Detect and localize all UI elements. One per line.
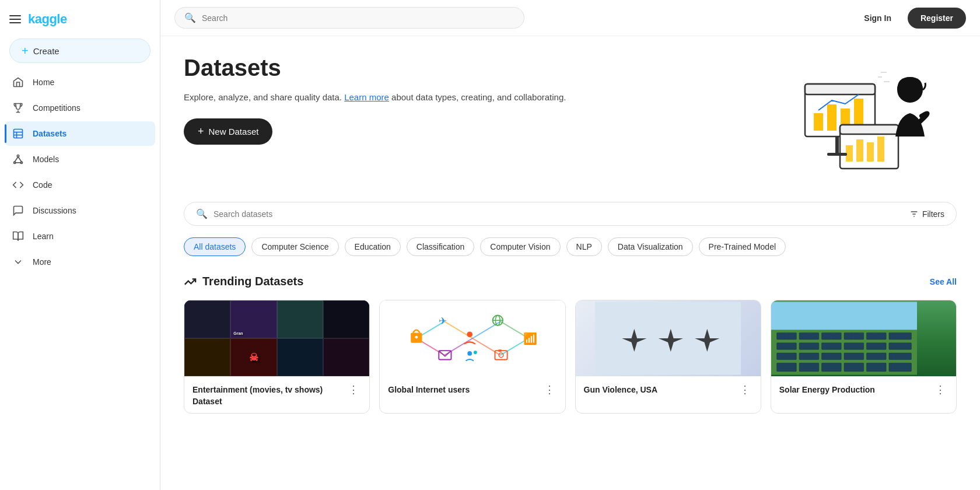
trending-cards-grid: Gran ☠ Entertainment (movies, tv shows) … <box>184 300 957 414</box>
sidebar-item-code[interactable]: Code <box>5 173 155 197</box>
trending-section-label: Trending Datasets <box>202 275 303 288</box>
svg-rect-18 <box>846 145 853 162</box>
card-gunviolence-image <box>576 300 761 376</box>
svg-rect-75 <box>889 353 911 360</box>
hero-description: Explore, analyze, and share quality data… <box>184 90 566 104</box>
code-icon <box>12 178 24 191</box>
card-entertainment-body: Entertainment (movies, tv shows) Dataset… <box>184 376 369 413</box>
tag-education[interactable]: Education <box>345 237 401 256</box>
hamburger-icon[interactable] <box>9 15 21 23</box>
svg-rect-21 <box>877 136 884 162</box>
register-button[interactable]: Register <box>908 8 966 29</box>
svg-rect-71 <box>799 353 819 360</box>
svg-point-4 <box>17 155 19 157</box>
tag-data-visualization[interactable]: Data Visualization <box>608 237 693 256</box>
new-dataset-plus-icon: + <box>198 125 204 138</box>
tag-all-datasets[interactable]: All datasets <box>184 237 246 256</box>
svg-rect-52 <box>498 349 502 352</box>
svg-rect-0 <box>14 130 23 138</box>
sidebar-item-home[interactable]: Home <box>5 70 155 94</box>
card-solar-menu[interactable]: ⋮ <box>933 384 948 395</box>
tags-filter: All datasets Computer Science Education … <box>184 237 957 256</box>
svg-rect-78 <box>821 363 841 371</box>
trending-icon <box>184 275 197 288</box>
sidebar-header: kaggle <box>0 7 160 36</box>
logo[interactable]: kaggle <box>28 12 67 27</box>
sidebar: kaggle + Create Home Comp <box>0 0 160 490</box>
svg-rect-12 <box>814 113 823 131</box>
dataset-search-icon: 🔍 <box>196 208 208 219</box>
card-internet[interactable]: ✈ 📶 <box>379 300 565 414</box>
dataset-search-bar[interactable]: 🔍 Filters <box>184 202 957 226</box>
sidebar-item-competitions[interactable]: Competitions <box>5 96 155 120</box>
svg-rect-11 <box>805 84 875 94</box>
new-dataset-button[interactable]: + New Dataset <box>184 118 272 145</box>
card-entertainment-image: Gran ☠ <box>184 300 369 376</box>
tag-pre-trained-model[interactable]: Pre-Trained Model <box>699 237 786 256</box>
card-solar[interactable]: Solar Energy Production ⋮ <box>771 300 957 414</box>
tag-computer-vision[interactable]: Computer Vision <box>480 237 560 256</box>
home-icon <box>12 76 24 89</box>
hero-desc-1: Explore, analyze, and share quality data… <box>184 92 342 102</box>
hero-desc-2: about data types, creating, and collabor… <box>391 92 566 102</box>
svg-rect-70 <box>776 353 796 360</box>
sidebar-item-datasets[interactable]: Datasets <box>5 121 155 146</box>
card-entertainment-menu[interactable]: ⋮ <box>346 384 361 395</box>
sidebar-learn-label: Learn <box>33 232 54 241</box>
hero-text: Datasets Explore, analyze, and share qua… <box>184 55 566 145</box>
svg-rect-22 <box>835 136 839 154</box>
svg-rect-66 <box>821 343 841 350</box>
tag-classification[interactable]: Classification <box>407 237 474 256</box>
sidebar-datasets-label: Datasets <box>33 129 66 138</box>
see-all-button[interactable]: See All <box>930 277 957 286</box>
svg-rect-68 <box>866 343 886 350</box>
dataset-search-input[interactable] <box>214 209 904 219</box>
card-entertainment[interactable]: Gran ☠ Entertainment (movies, tv shows) … <box>184 300 370 414</box>
sidebar-item-more[interactable]: More <box>5 250 155 274</box>
card-gunviolence-menu[interactable]: ⋮ <box>737 384 752 395</box>
trophy-icon <box>12 102 24 114</box>
svg-rect-63 <box>889 332 911 340</box>
create-button[interactable]: + Create <box>9 38 150 63</box>
global-search-input[interactable] <box>202 13 514 23</box>
sidebar-item-models[interactable]: Models <box>5 147 155 172</box>
card-internet-image: ✈ 📶 <box>380 300 565 376</box>
svg-point-53 <box>467 351 472 356</box>
card-gunviolence-body: Gun Violence, USA ⋮ <box>576 376 761 402</box>
global-search-bar[interactable]: 🔍 <box>174 7 524 29</box>
svg-rect-73 <box>844 353 864 360</box>
topbar-actions: Sign In Register <box>857 8 966 29</box>
card-internet-menu[interactable]: ⋮ <box>542 384 557 395</box>
svg-rect-19 <box>856 139 863 162</box>
filter-icon <box>909 209 919 219</box>
svg-rect-61 <box>844 332 864 340</box>
logo-text: kaggle <box>28 12 67 27</box>
sparkle-pattern <box>595 300 741 376</box>
card-internet-body: Global Internet users ⋮ <box>380 376 565 402</box>
card-solar-title: Solar Energy Production <box>779 384 933 396</box>
sidebar-models-label: Models <box>33 155 59 164</box>
internet-pattern: ✈ 📶 <box>400 300 545 376</box>
svg-rect-77 <box>799 363 819 371</box>
filters-button[interactable]: Filters <box>909 209 944 219</box>
tag-computer-science[interactable]: Computer Science <box>251 237 338 256</box>
svg-line-8 <box>18 157 22 162</box>
svg-rect-72 <box>821 353 841 360</box>
sidebar-item-discussions[interactable]: Discussions <box>5 198 155 223</box>
svg-point-44 <box>467 331 473 337</box>
tag-nlp[interactable]: NLP <box>566 237 602 256</box>
sign-in-button[interactable]: Sign In <box>857 9 898 27</box>
svg-rect-13 <box>827 104 836 131</box>
learn-icon <box>12 230 24 243</box>
trending-title: Trending Datasets <box>184 275 303 288</box>
sidebar-item-learn[interactable]: Learn <box>5 224 155 249</box>
learn-more-link[interactable]: Learn more <box>344 92 389 102</box>
sidebar-discussions-label: Discussions <box>33 206 76 215</box>
solar-panels-visual <box>771 300 917 376</box>
card-gunviolence[interactable]: Gun Violence, USA ⋮ <box>575 300 761 414</box>
svg-rect-81 <box>889 363 911 371</box>
svg-rect-64 <box>776 343 796 350</box>
trending-header: Trending Datasets See All <box>184 275 957 288</box>
svg-rect-62 <box>866 332 886 340</box>
card-solar-body: Solar Energy Production ⋮ <box>771 376 956 402</box>
